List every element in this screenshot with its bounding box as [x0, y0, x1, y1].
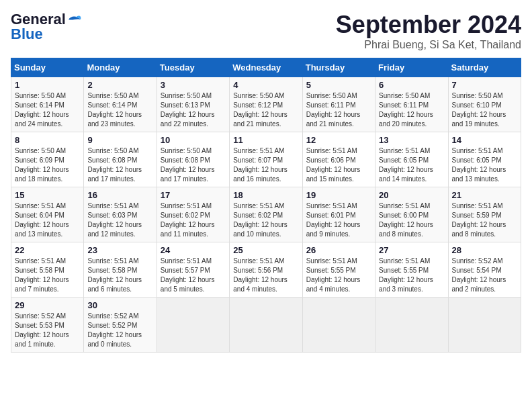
calendar-week-5: 29 Sunrise: 5:52 AMSunset: 5:53 PMDaylig…: [11, 298, 521, 353]
calendar-day-13: 13 Sunrise: 5:51 AMSunset: 6:05 PMDaylig…: [375, 132, 448, 187]
day-number: 28: [452, 245, 517, 255]
day-number: 29: [15, 300, 80, 310]
weekday-header-monday: Monday: [84, 58, 157, 77]
calendar-empty-cell: [302, 298, 375, 353]
weekday-header-sunday: Sunday: [11, 58, 84, 77]
calendar-day-21: 21 Sunrise: 5:51 AMSunset: 5:59 PMDaylig…: [448, 187, 521, 242]
calendar-empty-cell: [230, 298, 302, 353]
day-number: 3: [161, 80, 226, 90]
month-title: September 2024: [336, 11, 521, 39]
logo: General Blue: [11, 11, 82, 43]
day-number: 16: [87, 190, 152, 200]
day-number: 20: [379, 190, 444, 200]
day-number: 21: [452, 190, 517, 200]
calendar-day-22: 22 Sunrise: 5:51 AMSunset: 5:58 PMDaylig…: [11, 242, 84, 298]
logo-bird-icon: [67, 14, 82, 25]
calendar-empty-cell: [375, 298, 448, 353]
weekday-header-saturday: Saturday: [448, 58, 521, 77]
calendar-day-27: 27 Sunrise: 5:51 AMSunset: 5:55 PMDaylig…: [375, 242, 448, 298]
calendar-day-11: 11 Sunrise: 5:51 AMSunset: 6:07 PMDaylig…: [230, 132, 302, 187]
day-number: 7: [452, 80, 517, 90]
calendar-day-3: 3 Sunrise: 5:50 AMSunset: 6:13 PMDayligh…: [157, 77, 229, 132]
calendar-day-17: 17 Sunrise: 5:51 AMSunset: 6:02 PMDaylig…: [157, 187, 229, 242]
calendar-day-25: 25 Sunrise: 5:51 AMSunset: 5:56 PMDaylig…: [230, 242, 302, 298]
calendar-day-18: 18 Sunrise: 5:51 AMSunset: 6:02 PMDaylig…: [230, 187, 302, 242]
calendar-day-7: 7 Sunrise: 5:50 AMSunset: 6:10 PMDayligh…: [448, 77, 521, 132]
calendar-day-26: 26 Sunrise: 5:51 AMSunset: 5:55 PMDaylig…: [302, 242, 375, 298]
title-area: September 2024 Phrai Bueng, Si Sa Ket, T…: [336, 11, 521, 51]
calendar-table: SundayMondayTuesdayWednesdayThursdayFrid…: [11, 58, 521, 353]
calendar-day-23: 23 Sunrise: 5:51 AMSunset: 5:58 PMDaylig…: [84, 242, 157, 298]
day-number: 14: [452, 135, 517, 145]
calendar-day-15: 15 Sunrise: 5:51 AMSunset: 6:04 PMDaylig…: [11, 187, 84, 242]
calendar-empty-cell: [448, 298, 521, 353]
calendar-day-2: 2 Sunrise: 5:50 AMSunset: 6:14 PMDayligh…: [84, 77, 157, 132]
calendar-day-12: 12 Sunrise: 5:51 AMSunset: 6:06 PMDaylig…: [302, 132, 375, 187]
weekday-header-friday: Friday: [375, 58, 448, 77]
calendar-day-4: 4 Sunrise: 5:50 AMSunset: 6:12 PMDayligh…: [230, 77, 302, 132]
day-number: 15: [15, 190, 80, 200]
calendar-day-14: 14 Sunrise: 5:51 AMSunset: 6:05 PMDaylig…: [448, 132, 521, 187]
day-number: 25: [233, 245, 298, 255]
day-number: 19: [306, 190, 371, 200]
calendar-day-10: 10 Sunrise: 5:50 AMSunset: 6:08 PMDaylig…: [157, 132, 229, 187]
calendar-day-16: 16 Sunrise: 5:51 AMSunset: 6:03 PMDaylig…: [84, 187, 157, 242]
logo-blue: Blue: [11, 26, 43, 43]
calendar-week-3: 15 Sunrise: 5:51 AMSunset: 6:04 PMDaylig…: [11, 187, 521, 242]
day-number: 27: [379, 245, 444, 255]
day-number: 4: [233, 80, 298, 90]
calendar-week-1: 1 Sunrise: 5:50 AMSunset: 6:14 PMDayligh…: [11, 77, 521, 132]
calendar-day-28: 28 Sunrise: 5:52 AMSunset: 5:54 PMDaylig…: [448, 242, 521, 298]
calendar-day-8: 8 Sunrise: 5:50 AMSunset: 6:09 PMDayligh…: [11, 132, 84, 187]
calendar-week-2: 8 Sunrise: 5:50 AMSunset: 6:09 PMDayligh…: [11, 132, 521, 187]
calendar-day-20: 20 Sunrise: 5:51 AMSunset: 6:00 PMDaylig…: [375, 187, 448, 242]
weekday-header-row: SundayMondayTuesdayWednesdayThursdayFrid…: [11, 58, 521, 77]
page-header: General Blue September 2024 Phrai Bueng,…: [11, 11, 521, 51]
calendar-day-9: 9 Sunrise: 5:50 AMSunset: 6:08 PMDayligh…: [84, 132, 157, 187]
day-number: 12: [306, 135, 371, 145]
weekday-header-wednesday: Wednesday: [230, 58, 302, 77]
calendar-day-30: 30 Sunrise: 5:52 AMSunset: 5:52 PMDaylig…: [84, 298, 157, 353]
calendar-day-29: 29 Sunrise: 5:52 AMSunset: 5:53 PMDaylig…: [11, 298, 84, 353]
day-number: 13: [379, 135, 444, 145]
day-number: 6: [379, 80, 444, 90]
calendar-week-4: 22 Sunrise: 5:51 AMSunset: 5:58 PMDaylig…: [11, 242, 521, 298]
calendar-day-6: 6 Sunrise: 5:50 AMSunset: 6:11 PMDayligh…: [375, 77, 448, 132]
day-number: 5: [306, 80, 371, 90]
day-number: 17: [161, 190, 226, 200]
weekday-header-thursday: Thursday: [302, 58, 375, 77]
day-number: 23: [87, 245, 152, 255]
day-number: 26: [306, 245, 371, 255]
day-number: 30: [87, 300, 152, 310]
day-number: 8: [15, 135, 80, 145]
day-number: 10: [161, 135, 226, 145]
calendar-day-19: 19 Sunrise: 5:51 AMSunset: 6:01 PMDaylig…: [302, 187, 375, 242]
day-number: 24: [161, 245, 226, 255]
calendar-day-1: 1 Sunrise: 5:50 AMSunset: 6:14 PMDayligh…: [11, 77, 84, 132]
calendar-day-24: 24 Sunrise: 5:51 AMSunset: 5:57 PMDaylig…: [157, 242, 229, 298]
day-number: 1: [15, 80, 80, 90]
day-number: 18: [233, 190, 298, 200]
location-title: Phrai Bueng, Si Sa Ket, Thailand: [336, 39, 521, 51]
day-number: 22: [15, 245, 80, 255]
calendar-empty-cell: [157, 298, 229, 353]
calendar-day-5: 5 Sunrise: 5:50 AMSunset: 6:11 PMDayligh…: [302, 77, 375, 132]
day-number: 11: [233, 135, 298, 145]
day-number: 9: [87, 135, 152, 145]
day-number: 2: [87, 80, 152, 90]
weekday-header-tuesday: Tuesday: [157, 58, 229, 77]
